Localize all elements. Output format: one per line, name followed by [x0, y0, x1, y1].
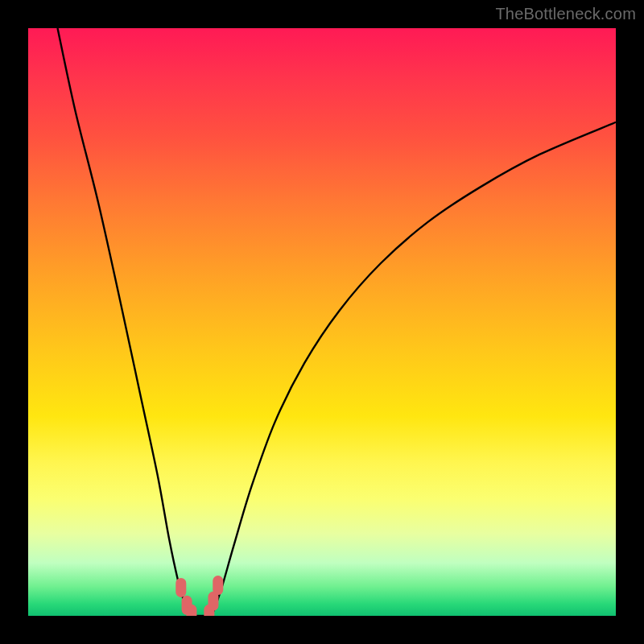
- bottleneck-curve-right: [212, 122, 616, 616]
- curve-overlay: [28, 28, 616, 616]
- curve-marker: [186, 605, 196, 616]
- curve-marker: [175, 578, 186, 597]
- chart-frame: TheBottleneck.com: [0, 0, 644, 644]
- watermark-text: TheBottleneck.com: [495, 5, 636, 23]
- bottleneck-curve-left: [58, 28, 192, 616]
- plot-area: [28, 28, 616, 616]
- curve-marker: [213, 576, 223, 595]
